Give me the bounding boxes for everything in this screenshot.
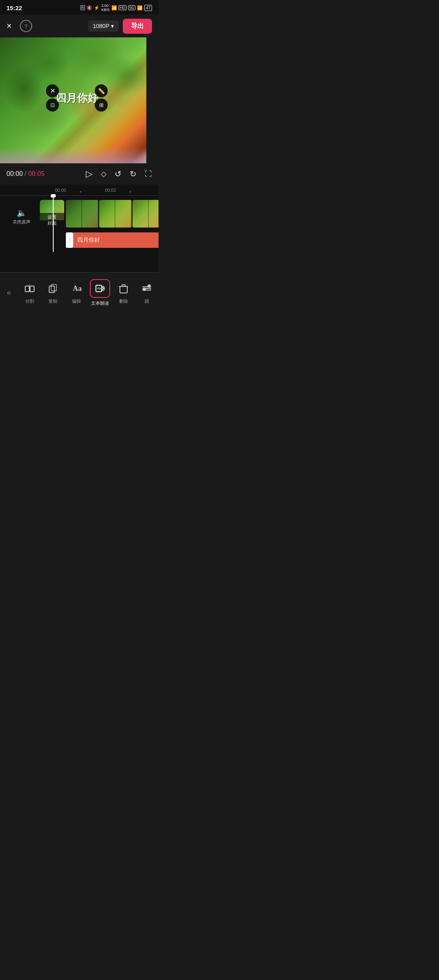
svg-rect-1 (30, 286, 34, 292)
battery-indicator: 47 (144, 5, 152, 11)
more-icon-wrap (139, 281, 154, 296)
play-button[interactable]: ▷ (86, 169, 93, 179)
delete-icon-wrap (116, 281, 131, 296)
current-time: 00:00 (7, 170, 23, 177)
mute-icon: 🔇 (87, 5, 92, 11)
left-handle-icon: ⋮ (67, 238, 72, 243)
copy-icon (46, 281, 60, 296)
toolbar-left: × ? (7, 20, 32, 32)
svg-point-13 (148, 284, 151, 288)
svg-rect-3 (49, 286, 54, 293)
transform-left-icon: ⊡ (50, 102, 55, 108)
text-handle-transform-right[interactable]: ⊞ (95, 98, 108, 111)
ruler-dot-1: • (80, 189, 82, 195)
export-button[interactable]: 导出 (123, 19, 152, 34)
video-track (66, 200, 159, 228)
keyframe-button[interactable]: ◇ (101, 169, 106, 178)
nfc-icon: 🄽 (80, 5, 85, 10)
delete-icon (116, 281, 131, 296)
time-separator: / (25, 170, 26, 177)
toolbar-item-split[interactable]: 分割 (18, 279, 41, 307)
toolbar-right: 1080P ▾ 导出 (88, 19, 152, 34)
split-label: 分割 (25, 298, 34, 304)
tts-label: 文本朗读 (91, 300, 109, 306)
status-icons: 🄽 🔇 ⚡ 2.00KB/S 📶 HD 5G 📶 47 (80, 4, 152, 12)
video-clip-1[interactable] (66, 200, 98, 228)
tts-active-box: Aa (90, 279, 110, 298)
more-label: 踏 (145, 298, 149, 304)
copy-icon-wrap (46, 281, 60, 296)
timeline-content: 🔈 关闭原声 设置 封面 (0, 196, 159, 252)
bluetooth-icon: ⚡ (94, 5, 100, 11)
tts-icon-wrap: Aa (90, 279, 110, 298)
video-preview: ✕ ✏️ ⊡ ⊞ 四月你好 (0, 37, 159, 163)
more-icon (139, 281, 154, 296)
close-handle-icon: ✕ (50, 87, 55, 95)
timeline-ruler: 00:00 00:02 • • (0, 184, 159, 196)
video-clip-3[interactable] (133, 200, 159, 228)
playback-controls: ▷ ◇ ↺ ↻ ⛶ (86, 169, 152, 179)
toolbar-item-edit[interactable]: Aa 编辑 (65, 279, 88, 307)
mute-label: 关闭原声 (13, 219, 30, 225)
status-time: 15:22 (7, 4, 22, 11)
text-track-handle-left[interactable]: ⋮ (66, 232, 73, 248)
text-handle-edit[interactable]: ✏️ (95, 84, 108, 97)
right-column-overlay (146, 37, 159, 163)
svg-rect-8 (120, 286, 127, 293)
text-track-content: 四月你好 (77, 236, 100, 244)
playhead-top (51, 194, 56, 197)
text-track-bar[interactable]: 四月你好 (73, 232, 159, 248)
toolbar-collapse-button[interactable]: « (0, 281, 18, 305)
bottom-blur (0, 147, 146, 163)
ruler-mark-0: 00:00 (55, 188, 66, 193)
ruler-dot-2: • (129, 189, 131, 195)
resolution-label: 1080P (93, 23, 109, 29)
edit-icon: Aa (69, 281, 84, 296)
help-icon: ? (24, 23, 28, 30)
edit-handle-icon: ✏️ (98, 87, 105, 94)
edit-icon-wrap: Aa (69, 281, 84, 296)
speaker-icon: 🔈 (17, 208, 27, 218)
svg-point-14 (143, 288, 146, 291)
text-handle-close[interactable]: ✕ (46, 84, 59, 97)
text-handle-transform-left[interactable]: ⊡ (46, 98, 59, 111)
playback-bar: 00:00 / 00:05 ▷ ◇ ↺ ↻ ⛶ (0, 163, 159, 184)
text-overlay-container[interactable]: ✕ ✏️ ⊡ ⊞ 四月你好 (52, 91, 101, 105)
svg-text:Aa: Aa (97, 286, 101, 290)
toolbar-item-copy[interactable]: 复制 (41, 279, 65, 307)
help-button[interactable]: ? (20, 20, 32, 32)
mute-audio-button[interactable]: 🔈 关闭原声 (13, 208, 30, 225)
total-time: 00:05 (28, 170, 44, 177)
time-display: 00:00 / 00:05 (7, 170, 44, 178)
transform-right-icon: ⊞ (99, 102, 104, 108)
playhead (53, 196, 54, 252)
timeline-empty-space (0, 252, 159, 272)
cover-label: 设置 封面 (40, 213, 64, 228)
video-track-area (66, 200, 159, 228)
signal-icon: 📶 (137, 5, 143, 11)
toolbar-item-delete[interactable]: 删除 (112, 279, 135, 307)
undo-button[interactable]: ↺ (115, 169, 122, 179)
text-overlay-box[interactable]: ✕ ✏️ ⊡ ⊞ 四月你好 (52, 91, 101, 105)
fullscreen-button[interactable]: ⛶ (145, 170, 152, 178)
toolbar-item-tts[interactable]: Aa 文本朗读 (88, 277, 112, 309)
5g-badge: 5G (128, 5, 135, 10)
split-icon (22, 281, 37, 296)
resolution-button[interactable]: 1080P ▾ (88, 20, 119, 32)
timeline-left-controls: 🔈 关闭原声 (3, 200, 40, 225)
toolbar-item-more[interactable]: 踏 (135, 279, 159, 307)
text-track-row: ⋮ 四月你好 ⋮ (66, 232, 159, 248)
copy-label: 复制 (48, 298, 57, 304)
cover-thumbnail[interactable]: 设置 封面 (40, 200, 64, 228)
chevron-down-icon: ▾ (111, 23, 114, 29)
edit-label: 编辑 (72, 298, 81, 304)
speed-indicator: 2.00KB/S (101, 4, 110, 12)
timeline-area: 00:00 00:02 • • 🔈 关闭原声 设置 封面 (0, 184, 159, 272)
close-button[interactable]: × (7, 22, 12, 30)
redo-button[interactable]: ↻ (130, 169, 137, 179)
video-clip-2[interactable] (99, 200, 132, 228)
ruler-mark-2: 00:02 (105, 188, 116, 193)
collapse-icon: « (7, 288, 11, 297)
tts-icon: Aa (93, 281, 107, 296)
svg-rect-4 (51, 284, 57, 291)
